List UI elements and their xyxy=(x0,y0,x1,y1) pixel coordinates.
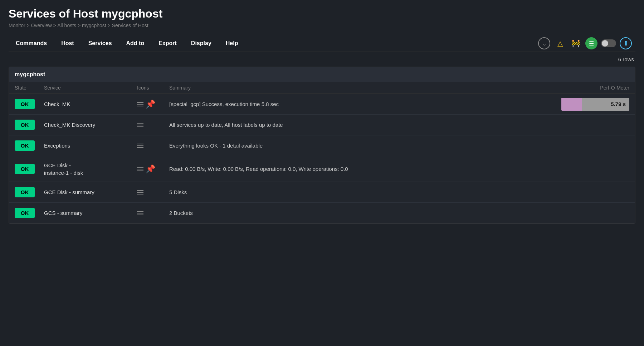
table-row: OK Check_MK Discovery All services up to… xyxy=(9,115,635,135)
state-badge[interactable]: OK xyxy=(15,164,35,174)
state-badge[interactable]: OK xyxy=(15,208,35,218)
nav-item-commands[interactable]: Commands xyxy=(9,35,54,52)
perf-bar: 5.79 s xyxy=(561,98,629,111)
perf-label: 5.79 s xyxy=(611,101,629,107)
summary-cell: 2 Buckets xyxy=(166,206,556,220)
table-row: OK GCE Disk -instance-1 - disk 📌 Read: 0… xyxy=(9,156,635,182)
state-cell: OK xyxy=(9,116,41,134)
icons-cell xyxy=(134,119,166,131)
hamburger-icon[interactable] xyxy=(137,123,143,127)
service-name[interactable]: GCE Disk -instance-1 - disk xyxy=(41,158,134,180)
hamburger-icon[interactable] xyxy=(137,144,143,148)
state-badge[interactable]: OK xyxy=(15,187,35,197)
state-cell: OK xyxy=(9,204,41,222)
col-summary: Summary xyxy=(166,85,556,91)
nav-item-addto[interactable]: Add to xyxy=(119,35,152,52)
perf-cell xyxy=(556,165,635,173)
icons-cell xyxy=(134,207,166,219)
summary-cell: Everything looks OK - 1 detail available xyxy=(166,138,556,153)
summary-cell: All services up to date, All host labels… xyxy=(166,117,556,132)
icons-cell xyxy=(134,187,166,198)
cone-icon[interactable]: 🚧 xyxy=(570,37,582,49)
state-badge[interactable]: OK xyxy=(15,140,35,151)
page-title: Services of Host mygcphost xyxy=(9,7,635,20)
col-service: Service xyxy=(41,85,134,91)
dropdown-icon[interactable]: ⌵ xyxy=(538,37,550,49)
summary-cell: 5 Disks xyxy=(166,185,556,200)
service-name[interactable]: GCS - summary xyxy=(41,206,134,220)
service-name[interactable]: GCE Disk - summary xyxy=(41,185,134,200)
col-state: State xyxy=(9,85,41,91)
navbar: Commands Host Services Add to Export Dis… xyxy=(9,35,635,52)
hamburger-icon[interactable] xyxy=(137,102,143,106)
summary-cell: Read: 0.00 B/s, Write: 0.00 B/s, Read op… xyxy=(166,162,556,176)
hamburger-icon[interactable] xyxy=(137,211,143,215)
icons-cell xyxy=(134,140,166,152)
summary-cell: [special_gcp] Success, execution time 5.… xyxy=(166,97,556,111)
hamburger-icon[interactable] xyxy=(137,190,143,194)
state-badge[interactable]: OK xyxy=(15,120,35,130)
rows-count: 6 rows xyxy=(9,52,635,67)
perf-cell xyxy=(556,189,635,196)
icons-cell: 📌 xyxy=(134,96,166,112)
table-row: OK GCE Disk - summary 5 Disks xyxy=(9,182,635,203)
hamburger-icon[interactable] xyxy=(137,167,143,171)
perf-cell xyxy=(556,142,635,149)
table-row: OK Exceptions Everything looks OK - 1 de… xyxy=(9,135,635,156)
nav-item-host[interactable]: Host xyxy=(54,35,81,52)
state-cell: OK xyxy=(9,160,41,178)
breadcrumb: Monitor > Overview > All hosts > mygcpho… xyxy=(9,23,635,28)
state-badge[interactable]: OK xyxy=(15,99,35,109)
state-cell: OK xyxy=(9,183,41,201)
nav-item-display[interactable]: Display xyxy=(184,35,219,52)
nav-item-export[interactable]: Export xyxy=(151,35,184,52)
host-name-row: mygcphost xyxy=(9,67,635,82)
icons-cell: 📌 xyxy=(134,161,166,177)
state-cell: OK xyxy=(9,95,41,113)
host-table: mygcphost State Service Icons Summary Pe… xyxy=(9,67,635,224)
filter-icon[interactable]: ☰ xyxy=(585,37,597,49)
perf-cell xyxy=(556,210,635,217)
nav-item-help[interactable]: Help xyxy=(219,35,245,52)
service-name[interactable]: Exceptions xyxy=(41,138,134,153)
column-headers: State Service Icons Summary Perf-O-Meter xyxy=(9,82,635,94)
col-perf: Perf-O-Meter xyxy=(556,85,635,91)
upload-icon[interactable]: ⬆ xyxy=(620,37,632,49)
table-row: OK Check_MK 📌 [special_gcp] Success, exe… xyxy=(9,94,635,115)
nav-item-services[interactable]: Services xyxy=(81,35,119,52)
state-cell: OK xyxy=(9,137,41,154)
toggle-switch[interactable] xyxy=(601,39,616,47)
col-icons: Icons xyxy=(134,85,166,91)
star-icon: 📌 xyxy=(146,100,155,109)
perf-cell: 5.79 s xyxy=(556,94,635,114)
perf-cell xyxy=(556,121,635,129)
table-row: OK GCS - summary 2 Buckets xyxy=(9,203,635,224)
star-icon: 📌 xyxy=(146,164,155,174)
service-name[interactable]: Check_MK Discovery xyxy=(41,117,134,132)
warning-icon[interactable]: △ xyxy=(554,37,566,49)
service-name[interactable]: Check_MK xyxy=(41,97,134,111)
